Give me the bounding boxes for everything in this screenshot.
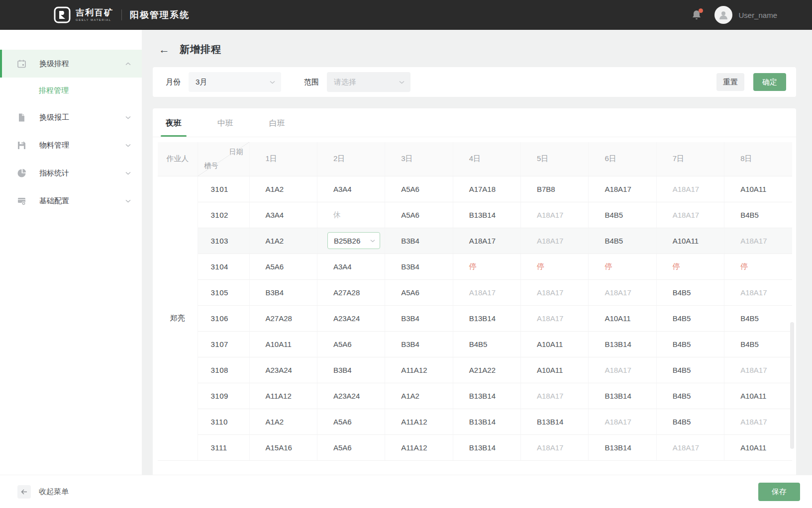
schedule-cell[interactable]: A18A17 [521, 434, 589, 460]
schedule-cell[interactable]: A1A2 [249, 176, 317, 202]
schedule-cell[interactable]: A11A12 [249, 383, 317, 409]
schedule-cell[interactable]: A10A11 [521, 331, 589, 357]
schedule-cell[interactable]: A18A17 [589, 279, 656, 305]
schedule-cell[interactable]: A18A17 [724, 409, 792, 434]
schedule-cell[interactable]: A18A17 [521, 383, 589, 409]
schedule-cell[interactable]: A10A11 [521, 357, 589, 383]
schedule-cell[interactable]: 停 [724, 254, 792, 279]
schedule-cell[interactable]: A18A17 [589, 357, 656, 383]
schedule-cell[interactable]: B13B14 [453, 202, 520, 228]
schedule-cell[interactable]: A3A4 [317, 254, 385, 279]
schedule-cell[interactable]: A10A11 [589, 305, 656, 331]
schedule-cell[interactable]: A5A6 [385, 202, 453, 228]
tab-day-shift[interactable]: 白班 [269, 118, 285, 137]
schedule-cell[interactable]: A18A17 [521, 279, 589, 305]
schedule-cell[interactable]: A5A6 [249, 254, 317, 279]
schedule-cell[interactable]: A18A17 [453, 228, 520, 254]
avatar[interactable] [714, 6, 732, 24]
schedule-cell[interactable]: A10A11 [656, 228, 724, 254]
sidebar-item-schedule[interactable]: 换级排程 [0, 50, 142, 78]
schedule-cell[interactable]: A5A6 [385, 279, 453, 305]
schedule-cell[interactable]: A18A17 [521, 228, 589, 254]
scrollbar-thumb[interactable] [790, 322, 794, 449]
notification-bell-icon[interactable] [692, 9, 702, 20]
schedule-cell[interactable]: B13B14 [453, 383, 520, 409]
schedule-cell[interactable]: B4B5 [453, 331, 520, 357]
username-label[interactable]: User_name [738, 11, 777, 19]
month-select[interactable]: 3月 [189, 72, 281, 92]
schedule-cell[interactable]: 停 [589, 254, 656, 279]
schedule-cell[interactable]: A1A2 [249, 228, 317, 254]
schedule-cell[interactable]: B4B5 [656, 409, 724, 434]
collapse-menu-button[interactable]: 收起菜单 [17, 485, 69, 499]
schedule-cell[interactable]: B4B5 [656, 305, 724, 331]
cell-editor-select[interactable]: B25B26 [327, 232, 380, 249]
schedule-cell[interactable]: A10A11 [724, 434, 792, 460]
schedule-cell[interactable]: A5A6 [317, 331, 385, 357]
schedule-cell[interactable]: B4B5 [724, 202, 792, 228]
schedule-cell[interactable]: A18A17 [656, 176, 724, 202]
schedule-cell[interactable]: B13B14 [453, 409, 520, 434]
schedule-cell[interactable]: A5A6 [385, 176, 453, 202]
tab-night-shift[interactable]: 夜班 [166, 118, 182, 137]
schedule-cell[interactable]: A5A6 [317, 434, 385, 460]
schedule-cell[interactable]: A11A12 [385, 357, 453, 383]
schedule-cell[interactable]: A27A28 [249, 305, 317, 331]
schedule-cell[interactable]: B4B5 [656, 383, 724, 409]
schedule-cell[interactable]: 停 [656, 254, 724, 279]
schedule-cell[interactable]: B13B14 [589, 383, 656, 409]
schedule-cell[interactable]: A17A18 [453, 176, 520, 202]
schedule-cell[interactable]: A27A28 [317, 279, 385, 305]
sidebar-item-settings[interactable]: 基础配置 [0, 187, 142, 215]
schedule-cell[interactable]: B3B4 [385, 228, 453, 254]
schedule-cell[interactable]: A15A16 [249, 434, 317, 460]
sidebar-item-material[interactable]: 物料管理 [0, 131, 142, 159]
schedule-cell[interactable]: A18A17 [724, 357, 792, 383]
schedule-cell[interactable]: A23A24 [249, 357, 317, 383]
schedule-cell[interactable]: A1A2 [385, 383, 453, 409]
sidebar-item-schedule-management[interactable]: 排程管理 [0, 78, 142, 103]
schedule-cell[interactable]: A10A11 [724, 383, 792, 409]
schedule-cell[interactable]: A18A17 [724, 228, 792, 254]
schedule-cell[interactable]: B3B4 [385, 305, 453, 331]
schedule-cell[interactable]: B4B5 [656, 279, 724, 305]
schedule-cell[interactable]: B4B5 [724, 305, 792, 331]
reset-button[interactable]: 重置 [716, 73, 744, 91]
schedule-cell[interactable]: B4B5 [589, 202, 656, 228]
schedule-cell[interactable]: 休 [317, 202, 385, 228]
schedule-cell[interactable]: A18A17 [656, 202, 724, 228]
schedule-cell[interactable]: B4B5 [724, 331, 792, 357]
schedule-cell[interactable]: A11A12 [385, 434, 453, 460]
save-button[interactable]: 保存 [758, 483, 800, 501]
schedule-cell[interactable]: B4B5 [589, 228, 656, 254]
schedule-cell[interactable]: B3B4 [385, 254, 453, 279]
confirm-button[interactable]: 确定 [753, 73, 786, 91]
schedule-cell[interactable]: B4B5 [656, 331, 724, 357]
schedule-cell[interactable]: B3B4 [385, 331, 453, 357]
schedule-cell[interactable]: A18A17 [589, 409, 656, 434]
schedule-cell[interactable]: 停 [453, 254, 520, 279]
schedule-cell[interactable]: A5A6 [317, 409, 385, 434]
schedule-cell[interactable]: B13B14 [589, 434, 656, 460]
schedule-cell[interactable]: B25B26 [317, 228, 385, 254]
schedule-cell[interactable]: B4B5 [656, 357, 724, 383]
range-select[interactable]: 请选择 [327, 72, 410, 92]
schedule-cell[interactable]: B3B4 [249, 279, 317, 305]
schedule-cell[interactable]: B13B14 [521, 409, 589, 434]
back-arrow-icon[interactable]: ← [159, 44, 170, 55]
schedule-cell[interactable]: A18A17 [521, 202, 589, 228]
schedule-cell[interactable]: A23A24 [317, 305, 385, 331]
schedule-cell[interactable]: B13B14 [453, 305, 520, 331]
schedule-cell[interactable]: A21A22 [453, 357, 520, 383]
schedule-cell[interactable]: B13B14 [453, 434, 520, 460]
schedule-cell[interactable]: A23A24 [317, 383, 385, 409]
tab-middle-shift[interactable]: 中班 [217, 118, 233, 137]
schedule-cell[interactable]: A10A11 [249, 331, 317, 357]
schedule-cell[interactable]: A18A17 [453, 279, 520, 305]
schedule-cell[interactable]: A1A2 [249, 409, 317, 434]
sidebar-item-statistics[interactable]: 指标统计 [0, 159, 142, 187]
schedule-cell[interactable]: B7B8 [521, 176, 589, 202]
schedule-cell[interactable]: A11A12 [385, 409, 453, 434]
schedule-cell[interactable]: A18A17 [724, 279, 792, 305]
schedule-cell[interactable]: A3A4 [249, 202, 317, 228]
